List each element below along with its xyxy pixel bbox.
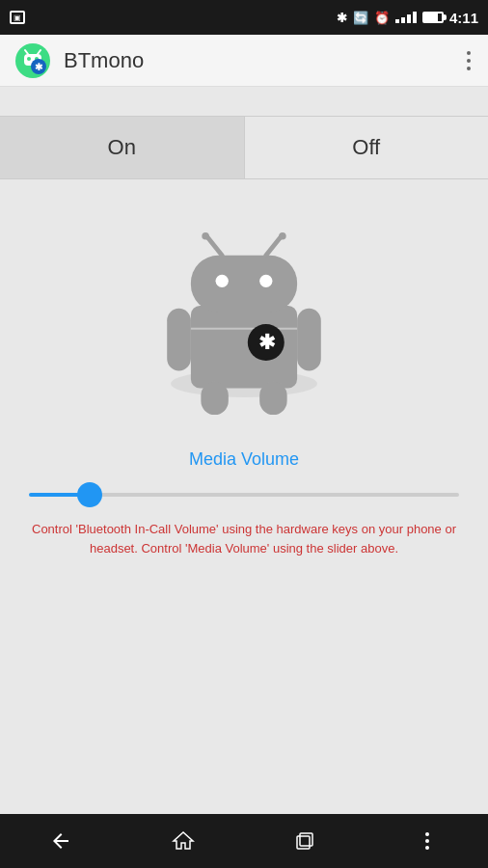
robot-illustration: ✱ (148, 218, 340, 430)
svg-line-17 (207, 237, 222, 256)
svg-text:✱: ✱ (258, 331, 276, 353)
svg-rect-26 (300, 833, 312, 846)
svg-rect-10 (297, 309, 321, 371)
svg-point-16 (259, 275, 272, 287)
screen-icon: ▣ (10, 11, 25, 24)
overflow-menu-button[interactable] (463, 43, 474, 78)
svg-line-18 (266, 237, 281, 256)
toggle-buttons: On Off (0, 116, 488, 179)
overflow-dot (467, 67, 471, 70)
svg-rect-12 (201, 382, 229, 415)
svg-point-15 (216, 275, 229, 287)
battery-icon (422, 12, 444, 23)
nav-overflow-button[interactable] (398, 822, 456, 860)
svg-rect-14 (191, 256, 297, 312)
home-button[interactable] (154, 822, 212, 860)
status-left: ▣ (10, 11, 25, 24)
back-icon (49, 829, 72, 853)
app-title: BTmono (64, 48, 144, 73)
media-volume-label: Media Volume (19, 449, 469, 470)
recent-apps-icon (293, 829, 316, 853)
recent-apps-button[interactable] (276, 822, 334, 860)
svg-point-20 (279, 232, 286, 240)
slider-container (19, 483, 469, 501)
off-button[interactable]: Off (245, 117, 489, 178)
overflow-dot (467, 59, 471, 63)
sim-status-icon: 🔄 (353, 11, 368, 25)
status-right: ✱ 🔄 ⏰ 4:11 (337, 10, 478, 26)
main-content: On Off (0, 87, 488, 814)
on-button[interactable]: On (0, 117, 245, 178)
action-bar: ✱ BTmono (0, 35, 488, 87)
nav-overflow-icon (425, 832, 429, 850)
alarm-icon: ⏰ (374, 11, 390, 25)
clock: 4:11 (449, 10, 478, 26)
signal-bars (395, 12, 417, 23)
nav-bar (0, 814, 488, 868)
app-icon: ✱ (14, 41, 52, 80)
action-bar-left: ✱ BTmono (14, 41, 144, 80)
help-message: Control 'Bluetooth In-Call Volume' using… (32, 522, 456, 556)
home-icon (172, 829, 195, 853)
svg-rect-13 (259, 382, 287, 415)
svg-rect-9 (167, 309, 191, 371)
help-text: Control 'Bluetooth In-Call Volume' using… (0, 520, 488, 557)
svg-text:✱: ✱ (35, 62, 43, 72)
svg-point-2 (27, 57, 31, 61)
svg-rect-25 (297, 836, 310, 849)
bluetooth-status-icon: ✱ (337, 11, 347, 25)
volume-slider[interactable] (29, 493, 459, 497)
svg-point-19 (202, 232, 209, 240)
media-volume-section: Media Volume (0, 449, 488, 501)
status-bar: ▣ ✱ 🔄 ⏰ 4:11 (0, 0, 488, 35)
back-button[interactable] (32, 822, 90, 860)
overflow-dot (467, 51, 471, 55)
android-robot-svg: ✱ (152, 228, 336, 420)
